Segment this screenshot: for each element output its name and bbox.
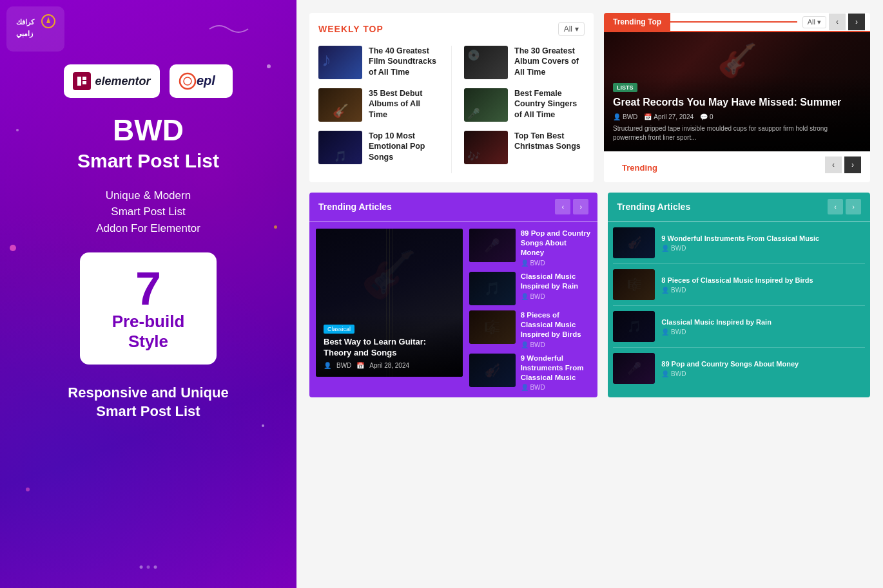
articles-next-teal[interactable]: › <box>846 199 861 214</box>
side-author-name-3: BWD <box>530 384 545 391</box>
responsive-line2: Smart Post List <box>96 403 200 419</box>
trending-box-title: Trending Top <box>604 13 670 31</box>
meta-comments: 💬 0 <box>700 113 713 120</box>
comment-icon: 💬 <box>700 113 708 120</box>
post-info-3: Top 10 Most Emotional Pop Songs <box>369 131 439 164</box>
weekly-post-item-6: 🎶 Top Ten Best Christmas Songs <box>464 131 585 164</box>
teal-author-name-2: BWD <box>671 328 686 336</box>
side-article-author-1: 👤 BWD <box>521 293 592 300</box>
right-panel: WEEKLY TOP All ▾ ♪ The 40 Greatest Film … <box>296 0 883 588</box>
weekly-post-item-5: 🎤 Best Female Country Singers of All Tim… <box>464 88 585 122</box>
articles-title-teal: Trending Articles <box>617 202 690 212</box>
main-date-icon: 📅 <box>356 362 364 369</box>
prebuild-label: Pre-build Style <box>112 312 185 352</box>
post-info-4: The 30 Greatest Album Covers of All Time <box>514 46 585 79</box>
teal-article-item-2: 🎵 Classical Music Inspired by Rain 👤 BWD <box>613 311 865 348</box>
teal-author-icon-3: 👤 <box>661 370 669 377</box>
trending-next-btn[interactable]: › <box>848 14 865 30</box>
desc-line2: Smart Post List <box>111 205 185 218</box>
main-author-icon: 👤 <box>324 362 331 369</box>
weekly-post-item-3: 🎵 Top 10 Most Emotional Pop Songs <box>318 131 439 164</box>
post-title-4: The 30 Greatest Album Covers of All Time <box>514 46 585 77</box>
side-author-icon-1: 👤 <box>521 293 529 300</box>
side-author-icon-2: 👤 <box>521 341 529 348</box>
trending-articles-purple: Trending Articles ‹ › 🎸 <box>309 193 597 397</box>
side-article-item-2: 🎼 8 Pieces of Classical Music Inspired b… <box>469 310 592 348</box>
side-author-name-1: BWD <box>530 293 545 300</box>
side-article-title-1: Classical Music Inspired by Rain <box>521 272 592 291</box>
articles-header-teal: Trending Articles ‹ › <box>608 193 870 222</box>
calendar-icon: 📅 <box>644 113 652 120</box>
articles-prev-purple[interactable]: ‹ <box>555 199 570 214</box>
svg-text:زامبي: زامبي <box>16 30 34 38</box>
side-article-info-3: 9 Wonderful Instruments From Classical M… <box>521 354 592 392</box>
main-article-overlay: Classical Best Way to Learn Guitar: Theo… <box>316 314 463 377</box>
trending-box-header: Trending Top All ▾ ‹ › <box>604 13 870 32</box>
deco-squiggle <box>206 19 258 39</box>
articles-nav-purple: ‹ › <box>555 199 588 214</box>
teal-author-icon-2: 👤 <box>661 328 669 336</box>
post-thumb-1: ♪ <box>318 46 362 79</box>
teal-article-title-1: 8 Pieces of Classical Music Inspired by … <box>661 276 865 285</box>
teal-article-info-2: Classical Music Inspired by Rain 👤 BWD <box>661 318 865 335</box>
left-panel: كرافك زامبي elementor <box>0 0 296 588</box>
teal-article-info-0: 9 Wonderful Instruments From Classical M… <box>661 234 865 251</box>
svg-rect-6 <box>82 81 86 84</box>
articles-prev-teal[interactable]: ‹ <box>828 199 843 214</box>
trending-filter-dropdown[interactable]: All ▾ <box>802 16 826 28</box>
post-thumb-2: 🎸 <box>318 88 362 122</box>
trending-main-overlay: LISTS Great Records You May Have Missed:… <box>604 71 870 151</box>
trending-excerpt: Structured gripped tape invisible moulde… <box>613 124 861 142</box>
articles-header-purple: Trending Articles ‹ › <box>309 193 597 222</box>
side-article-img-3: 🎻 <box>469 354 516 387</box>
brand-title: BWD <box>113 114 184 147</box>
side-article-title-2: 8 Pieces of Classical Music Inspired by … <box>521 310 592 339</box>
trending-meta: 👤 BWD 📅 April 27, 2024 💬 0 <box>613 113 861 120</box>
teal-author-name-0: BWD <box>671 245 686 252</box>
side-article-item-3: 🎻 9 Wonderful Instruments From Classical… <box>469 354 592 392</box>
brand-subtitle: Smart Post List <box>77 150 219 171</box>
teal-article-img-1: 🎼 <box>613 269 655 300</box>
post-title-3: Top 10 Most Emotional Pop Songs <box>369 131 439 162</box>
weekly-chevron: ▾ <box>575 24 579 33</box>
articles-next-purple[interactable]: › <box>573 199 588 214</box>
side-article-info-1: Classical Music Inspired by Rain 👤 BWD <box>521 272 592 300</box>
weekly-filter-label: All <box>564 24 572 33</box>
trending-bottom-next-btn[interactable]: › <box>844 156 861 173</box>
elementor-text: elementor <box>95 75 150 88</box>
trending-bottom-prev-btn[interactable]: ‹ <box>825 156 842 173</box>
post-info-1: The 40 Greatest Film Soundtracks of All … <box>369 46 439 79</box>
main-article-image: 🎸 Classical Best Way to Learn Guitar: Th… <box>316 229 463 377</box>
side-article-img-1: 🎵 <box>469 272 516 305</box>
teal-article-img-3: 🎤 <box>613 353 655 384</box>
trending-filter-label: All <box>808 18 815 26</box>
weekly-post-item-4: 💿 The 30 Greatest Album Covers of All Ti… <box>464 46 585 79</box>
side-article-info-2: 8 Pieces of Classical Music Inspired by … <box>521 310 592 348</box>
main-article: 🎸 Classical Best Way to Learn Guitar: Th… <box>316 229 463 391</box>
post-thumb-5: 🎤 <box>464 88 508 122</box>
weekly-posts-left: ♪ The 40 Greatest Film Soundtracks of Al… <box>318 46 439 173</box>
post-title-1: The 40 Greatest Film Soundtracks of All … <box>369 46 439 77</box>
side-author-icon-3: 👤 <box>521 384 529 391</box>
meta-date: 📅 April 27, 2024 <box>644 113 694 120</box>
prebuild-number: 7 <box>112 265 185 312</box>
elementor-logo-box: elementor <box>64 64 159 98</box>
teal-article-item-0: 🎻 9 Wonderful Instruments From Classical… <box>613 227 865 264</box>
side-article-info-0: 89 Pop and Country Songs About Money 👤 B… <box>521 229 592 267</box>
meta-author: 👤 BWD <box>613 113 637 120</box>
weekly-filter-dropdown[interactable]: All ▾ <box>558 22 585 36</box>
teal-article-title-0: 9 Wonderful Instruments From Classical M… <box>661 234 865 243</box>
trending-chevron: ▾ <box>817 18 821 26</box>
teal-author-name-1: BWD <box>671 287 686 294</box>
post-thumb-6: 🎶 <box>464 131 508 164</box>
trending-prev-btn[interactable]: ‹ <box>829 14 846 30</box>
weekly-post-item-1: ♪ The 40 Greatest Film Soundtracks of Al… <box>318 46 439 79</box>
trending-main-image: 🎸 LISTS Great Records You May Have Misse… <box>604 32 870 151</box>
svg-point-7 <box>180 73 195 89</box>
comment-count: 0 <box>710 113 713 120</box>
teal-article-author-0: 👤 BWD <box>661 245 865 252</box>
teal-article-img-2: 🎵 <box>613 311 655 342</box>
description: Unique & Modern Smart Post List Addon Fo… <box>96 187 200 237</box>
teal-author-icon-0: 👤 <box>661 245 669 252</box>
teal-author-icon-1: 👤 <box>661 287 669 294</box>
